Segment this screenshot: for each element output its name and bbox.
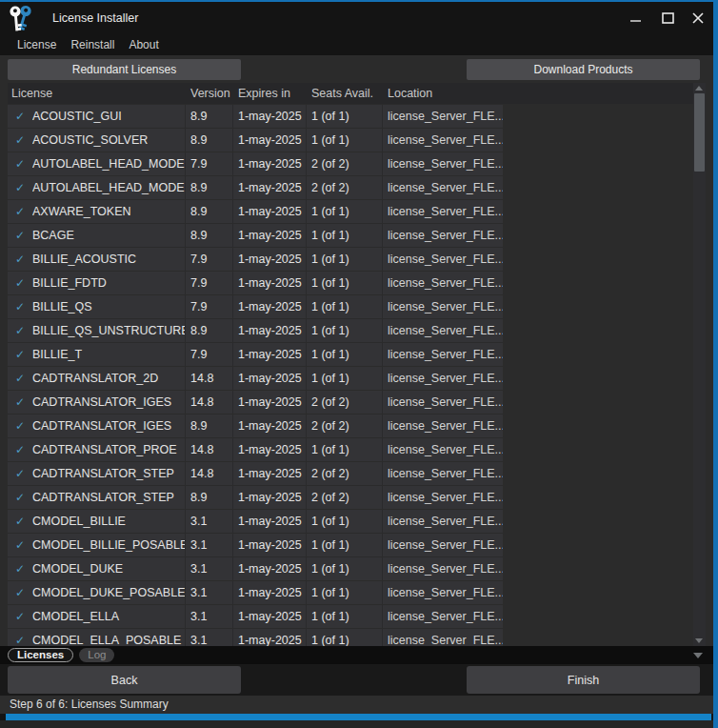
table-row[interactable]: ✓ BILLIE_T 7.9 1-may-2025 1 (of 1) licen… <box>8 343 503 366</box>
cell-version: 8.9 <box>186 224 233 247</box>
cell-version: 3.1 <box>186 581 233 604</box>
back-button[interactable]: Back <box>8 666 241 694</box>
header-license[interactable]: License <box>8 87 186 100</box>
scroll-down-icon[interactable] <box>695 638 703 643</box>
menu-about[interactable]: About <box>129 38 158 51</box>
table-row[interactable]: ✓ CADTRANSLATOR_IGES 14.8 1-may-2025 2 (… <box>8 391 503 414</box>
table-row[interactable]: ✓ CMODEL_DUKE_POSABLE 3.1 1-may-2025 1 (… <box>8 581 503 604</box>
content-area: Redundant Licenses Download Products Lic… <box>0 55 713 646</box>
minimize-button[interactable] <box>622 8 648 29</box>
table-row[interactable]: ✓ CMODEL_ELLA_POSABLE 3.1 1-may-2025 1 (… <box>8 629 503 646</box>
cell-location: license_Server_FLE... <box>383 486 503 509</box>
cell-location: license_Server_FLE... <box>383 415 503 437</box>
tab-log[interactable]: Log <box>79 648 114 662</box>
cell-version: 3.1 <box>186 534 233 556</box>
header-version[interactable]: Version <box>186 87 233 100</box>
cell-expires: 1-may-2025 <box>233 438 307 461</box>
table-row[interactable]: ✓ AXWARE_TOKEN 8.9 1-may-2025 1 (of 1) l… <box>8 200 503 223</box>
table-row[interactable]: ✓ CADTRANSLATOR_STEP 8.9 1-may-2025 2 (o… <box>8 486 503 509</box>
table-row[interactable]: ✓ BILLIE_QS_UNSTRUCTURED 8.9 1-may-2025 … <box>8 319 503 342</box>
cell-version: 14.8 <box>186 367 233 390</box>
table-row[interactable]: ✓ CMODEL_ELLA 3.1 1-may-2025 1 (of 1) li… <box>8 605 503 628</box>
cell-license: BILLIE_QS_UNSTRUCTURED <box>32 319 186 342</box>
cell-seats: 1 (of 1) <box>307 438 383 461</box>
redundant-licenses-button[interactable]: Redundant Licenses <box>8 59 241 80</box>
cell-expires: 1-may-2025 <box>233 462 307 485</box>
cell-version: 3.1 <box>186 629 233 646</box>
cell-location: license_Server_FLE... <box>383 367 503 390</box>
cell-expires: 1-may-2025 <box>233 343 307 366</box>
table-row[interactable]: ✓ ACOUSTIC_GUI 8.9 1-may-2025 1 (of 1) l… <box>8 105 503 128</box>
cell-expires: 1-may-2025 <box>233 557 307 580</box>
cell-version: 14.8 <box>186 391 233 414</box>
cell-location: license_Server_FLE... <box>383 557 503 580</box>
cell-license: CADTRANSLATOR_STEP <box>32 486 186 509</box>
scrollbar-thumb[interactable] <box>694 93 705 172</box>
cell-license: AUTOLABEL_HEAD_MODEL <box>32 176 186 199</box>
table-row[interactable]: ✓ ACOUSTIC_SOLVER 8.9 1-may-2025 1 (of 1… <box>8 129 503 152</box>
tab-licenses[interactable]: Licenses <box>8 648 73 662</box>
cell-expires: 1-may-2025 <box>233 415 307 437</box>
table-row[interactable]: ✓ CADTRANSLATOR_IGES 8.9 1-may-2025 2 (o… <box>8 415 503 437</box>
check-icon: ✓ <box>15 515 25 528</box>
cell-version: 8.9 <box>186 319 233 342</box>
close-icon <box>692 12 704 24</box>
menu-license[interactable]: License <box>17 38 56 51</box>
app-keys-icon <box>8 4 38 34</box>
check-icon: ✓ <box>15 610 25 623</box>
scroll-up-icon[interactable] <box>695 86 703 91</box>
download-products-button[interactable]: Download Products <box>467 59 700 80</box>
check-icon: ✓ <box>15 157 25 171</box>
table-row[interactable]: ✓ CMODEL_BILLIE_POSABLE 3.1 1-may-2025 1… <box>8 534 503 556</box>
cell-location: license_Server_FLE... <box>383 129 503 152</box>
cell-expires: 1-may-2025 <box>233 510 307 533</box>
cell-expires: 1-may-2025 <box>233 391 307 414</box>
cell-license: CADTRANSLATOR_2D <box>32 367 186 390</box>
cell-version: 8.9 <box>186 105 233 128</box>
menu-reinstall[interactable]: Reinstall <box>70 38 114 51</box>
table-row[interactable]: ✓ AUTOLABEL_HEAD_MODEL 8.9 1-may-2025 2 … <box>8 176 503 199</box>
cell-location: license_Server_FLE... <box>383 295 503 318</box>
progress-bar <box>6 714 711 720</box>
window-bottom-edge <box>0 720 713 728</box>
table-row[interactable]: ✓ CMODEL_BILLIE 3.1 1-may-2025 1 (of 1) … <box>8 510 503 533</box>
table-row[interactable]: ✓ CADTRANSLATOR_2D 14.8 1-may-2025 1 (of… <box>8 367 503 390</box>
check-icon: ✓ <box>15 372 25 385</box>
cell-expires: 1-may-2025 <box>233 629 307 646</box>
table-row[interactable]: ✓ CMODEL_DUKE 3.1 1-may-2025 1 (of 1) li… <box>8 557 503 580</box>
cell-seats: 1 (of 1) <box>307 510 383 533</box>
finish-button[interactable]: Finish <box>467 666 700 694</box>
header-expires[interactable]: Expires in <box>233 87 307 100</box>
cell-expires: 1-may-2025 <box>233 367 307 390</box>
close-button[interactable] <box>685 8 711 29</box>
check-icon: ✓ <box>15 348 25 361</box>
table-row[interactable]: ✓ BILLIE_ACOUSTIC 7.9 1-may-2025 1 (of 1… <box>8 248 503 271</box>
check-icon: ✓ <box>15 395 25 409</box>
header-location[interactable]: Location <box>383 87 503 100</box>
table-row[interactable]: ✓ CADTRANSLATOR_STEP 14.8 1-may-2025 2 (… <box>8 462 503 485</box>
maximize-button[interactable] <box>654 8 681 29</box>
cell-expires: 1-may-2025 <box>233 105 307 128</box>
table-row[interactable]: ✓ CADTRANSLATOR_PROE 14.8 1-may-2025 1 (… <box>8 438 503 461</box>
header-seats[interactable]: Seats Avail. <box>307 87 383 100</box>
cell-seats: 1 (of 1) <box>307 105 383 128</box>
table-header-row: License Version Expires in Seats Avail. … <box>8 83 693 104</box>
cell-expires: 1-may-2025 <box>233 224 307 247</box>
cell-license: CADTRANSLATOR_STEP <box>32 462 186 485</box>
table-row[interactable]: ✓ BILLIE_QS 7.9 1-may-2025 1 (of 1) lice… <box>8 295 503 318</box>
table-row[interactable]: ✓ BCAGE 8.9 1-may-2025 1 (of 1) license_… <box>8 224 503 247</box>
cell-license: CMODEL_BILLIE <box>32 510 186 533</box>
check-icon: ✓ <box>15 586 25 599</box>
table-row[interactable]: ✓ AUTOLABEL_HEAD_MODEL 7.9 1-may-2025 2 … <box>8 152 503 175</box>
cell-license: BILLIE_QS <box>32 295 186 318</box>
cell-license: CADTRANSLATOR_IGES <box>32 415 186 437</box>
cell-expires: 1-may-2025 <box>233 581 307 604</box>
cell-version: 8.9 <box>186 129 233 152</box>
chevron-down-icon[interactable] <box>693 653 703 658</box>
table-row[interactable]: ✓ BILLIE_FDTD 7.9 1-may-2025 1 (of 1) li… <box>8 272 503 294</box>
cell-seats: 1 (of 1) <box>307 295 383 318</box>
vertical-scrollbar[interactable] <box>693 83 706 646</box>
cell-location: license_Server_FLE... <box>383 248 503 271</box>
cell-seats: 1 (of 1) <box>307 129 383 152</box>
cell-seats: 1 (of 1) <box>307 272 383 294</box>
